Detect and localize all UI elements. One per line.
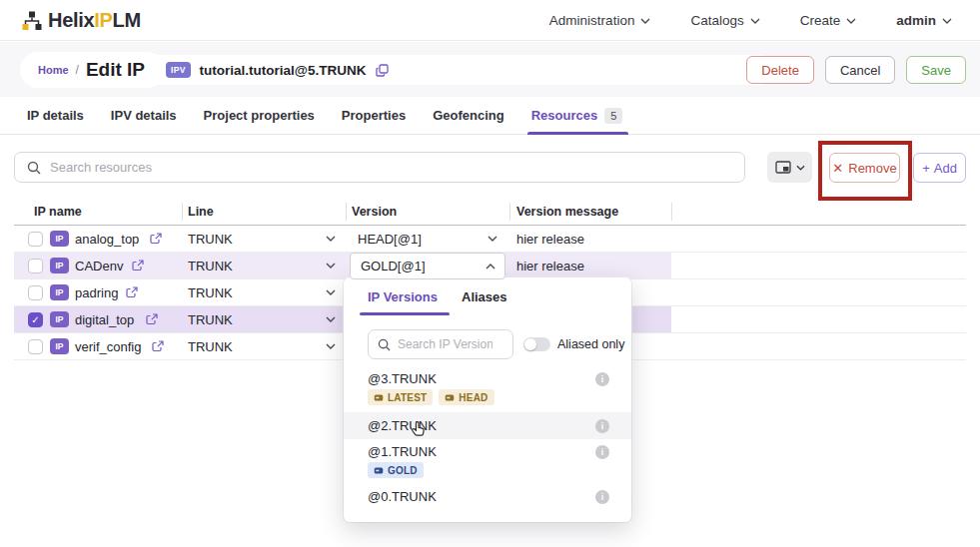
tag-icon	[374, 467, 384, 474]
row-checkbox[interactable]	[28, 232, 43, 247]
chevron-down-icon	[750, 18, 760, 24]
top-navigation: Administration Catalogs Create admin	[549, 0, 952, 41]
ip-type-badge: IP	[50, 338, 69, 354]
breadcrumb: Home / Edit IP	[20, 52, 165, 88]
chevron-down-icon[interactable]	[326, 236, 336, 242]
version-option-2-trunk[interactable]: @2.TRUNK i	[344, 412, 631, 439]
delete-button[interactable]: Delete	[746, 56, 814, 84]
remove-x-icon: ✕	[832, 162, 843, 175]
chevron-down-icon[interactable]	[326, 316, 336, 322]
page-header-band: Home / Edit IP IPV tutorial.tutorial@5.T…	[0, 42, 980, 97]
version-option-0-trunk[interactable]: @0.TRUNK i	[344, 489, 631, 507]
breadcrumb-home-link[interactable]: Home	[38, 64, 69, 76]
toggle-knob	[524, 338, 536, 350]
chevron-down-icon	[796, 165, 805, 171]
search-ip-versions-input[interactable]	[398, 337, 492, 351]
chevron-down-icon[interactable]	[488, 236, 497, 242]
tab-project-properties[interactable]: Project properties	[204, 97, 315, 135]
info-icon[interactable]: i	[595, 372, 609, 386]
line-value: TRUNK	[188, 312, 233, 327]
external-link-icon[interactable]	[150, 233, 162, 245]
ip-name-link[interactable]: digital_top	[75, 312, 134, 327]
view-mode-button[interactable]	[767, 152, 812, 183]
check-icon: ✓	[31, 314, 39, 325]
nav-administration[interactable]: Administration	[549, 13, 651, 28]
column-divider	[671, 203, 672, 221]
chevron-down-icon[interactable]	[326, 289, 336, 295]
ipv-name: tutorial.tutorial@5.TRUNK	[200, 63, 367, 78]
tab-properties[interactable]: Properties	[342, 97, 406, 135]
external-link-icon[interactable]	[146, 313, 158, 325]
active-tab-underline	[360, 312, 450, 315]
chevron-down-icon	[846, 18, 856, 24]
edit-ip-page: HelixIPLM Administration Catalogs Create…	[0, 0, 980, 547]
panel-tab-aliases[interactable]: Aliases	[462, 289, 507, 304]
add-button[interactable]: + Add	[913, 153, 966, 183]
ip-name-link[interactable]: padring	[75, 285, 118, 300]
external-link-icon[interactable]	[126, 286, 138, 298]
external-link-icon[interactable]	[132, 260, 144, 272]
ip-type-badge: IP	[50, 284, 69, 300]
resources-search	[14, 152, 745, 183]
info-icon[interactable]: i	[595, 419, 609, 433]
app-header: HelixIPLM Administration Catalogs Create…	[0, 0, 980, 41]
external-link-icon[interactable]	[152, 340, 164, 352]
col-ip-name: IP name	[34, 205, 82, 219]
line-value: TRUNK	[188, 339, 233, 354]
col-version-message: Version message	[516, 205, 618, 219]
chevron-down-icon	[942, 18, 952, 24]
chevron-down-icon[interactable]	[326, 343, 336, 349]
row-checkbox[interactable]	[28, 339, 43, 354]
tab-resources[interactable]: Resources 5	[531, 97, 623, 135]
row-checkbox-checked[interactable]: ✓	[28, 312, 43, 327]
column-divider	[182, 203, 183, 221]
ip-name-link[interactable]: verif_config	[75, 339, 141, 354]
nav-create[interactable]: Create	[800, 13, 857, 28]
breadcrumb-separator: /	[76, 63, 79, 77]
aliased-only-toggle[interactable]	[523, 337, 550, 351]
info-icon[interactable]: i	[595, 490, 609, 504]
search-icon	[27, 161, 41, 175]
save-button[interactable]: Save	[906, 56, 966, 84]
col-line: Line	[188, 205, 214, 219]
tab-ip-details[interactable]: IP details	[27, 97, 84, 135]
ip-versions-search	[368, 329, 513, 359]
copy-icon[interactable]	[376, 64, 389, 77]
search-resources-input[interactable]	[50, 160, 744, 175]
chevron-down-icon[interactable]	[326, 263, 336, 269]
line-value: TRUNK	[188, 259, 233, 274]
row-checkbox[interactable]	[28, 259, 43, 274]
version-value: HEAD[@1]	[358, 232, 422, 247]
nav-user-menu[interactable]: admin	[896, 13, 952, 28]
ipv-type-badge: IPV	[166, 62, 191, 78]
version-message: hier release	[516, 259, 584, 274]
app-logo[interactable]: HelixIPLM	[22, 9, 141, 32]
ip-type-badge: IP	[50, 311, 69, 327]
page-title: Edit IP	[86, 59, 145, 81]
version-badges: GOLD	[368, 462, 424, 478]
ip-name-link[interactable]: CADenv	[75, 259, 123, 274]
ip-type-badge: IP	[50, 231, 69, 247]
version-option-3-trunk[interactable]: @3.TRUNK i	[344, 371, 631, 389]
column-divider	[346, 203, 347, 221]
version-select-open[interactable]: GOLD[@1]	[350, 253, 505, 279]
version-option-1-trunk[interactable]: @1.TRUNK i	[344, 444, 631, 462]
info-icon[interactable]: i	[595, 445, 609, 459]
panel-tab-ip-versions[interactable]: IP Versions	[368, 289, 438, 304]
ipv-identifier-chip: IPV tutorial.tutorial@5.TRUNK	[152, 55, 769, 85]
latest-badge: LATEST	[368, 389, 433, 405]
tag-icon	[445, 394, 455, 401]
table-header: IP name Line Version Version message	[14, 200, 966, 226]
search-icon	[378, 338, 391, 351]
nav-catalogs[interactable]: Catalogs	[690, 13, 759, 28]
cancel-button[interactable]: Cancel	[825, 56, 895, 84]
column-divider	[509, 203, 510, 221]
ip-name-link[interactable]: analog_top	[75, 232, 139, 247]
remove-button[interactable]: ✕ Remove	[829, 153, 900, 183]
version-badges: LATEST HEAD	[368, 389, 494, 405]
tab-geofencing[interactable]: Geofencing	[433, 97, 504, 135]
version-dropdown-panel: IP Versions Aliases Aliased only @3.TRUN…	[344, 277, 631, 522]
tab-ipv-details[interactable]: IPV details	[111, 97, 177, 135]
helix-hierarchy-icon	[22, 11, 42, 31]
row-checkbox[interactable]	[28, 285, 43, 300]
